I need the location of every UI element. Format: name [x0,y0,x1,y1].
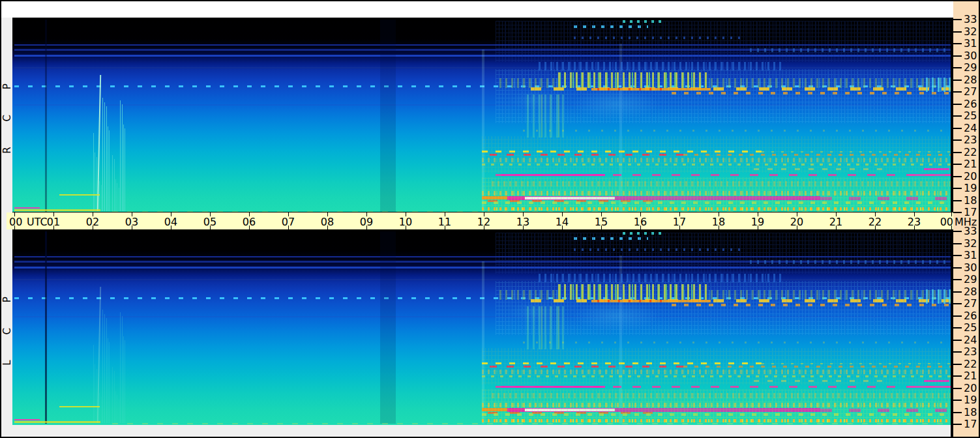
bottom-margin [1,425,951,437]
freq-tick [953,139,962,141]
striation-burst-0230-line [123,124,124,211]
freq-tick [953,91,962,93]
freq-tick [953,400,962,401]
striation-burst-0230-line [123,336,124,423]
hour-label: 13 [510,216,536,228]
freq-tick [953,315,962,317]
hour-label: 12 [471,216,497,228]
hour-label: 22 [862,216,888,228]
hour-label: 15 [588,216,614,228]
hour-label: 10 [393,216,419,228]
freq-label: 28 [964,285,979,299]
freq-label: 25 [964,321,979,334]
freq-tick [953,164,962,165]
left-yellow-18.45 [59,194,100,196]
striation-burst-0230-line [95,364,95,422]
freq-label: 20 [964,170,979,183]
freq-tick [953,375,962,377]
hour-label: 18 [705,216,732,228]
freq-tick [953,279,962,280]
dash-23.8 [523,342,951,343]
freq-tick [953,243,962,244]
hour-label: 20 [784,216,810,228]
texture-top-right [496,233,951,274]
striation-burst-0230-line [97,157,97,211]
hour-label: 21 [823,216,849,228]
dark-vline-0045 [45,20,48,212]
striation-burst-0230-line [99,181,100,211]
striation-burst-0230-line [109,342,110,422]
freq-tick [953,340,962,341]
time-axis-end-label: 00 [927,216,953,228]
freq-label: 31 [964,249,979,262]
freq-label: 30 [964,261,979,274]
freq-label: 23 [964,345,979,358]
texture-lower-right [482,389,951,423]
striation-burst-0230-line [104,314,105,423]
hour-label: 01 [40,216,67,228]
line-20.1-hot2 [908,386,951,388]
freq-label: 17 [964,418,979,431]
striation-burst-0230-line [125,128,125,211]
freq-label: 19 [964,394,979,407]
left-yellow-17.2 [14,421,100,423]
freq-label: 21 [964,370,979,383]
freq-label: 20 [964,382,979,395]
lcp-polarization-label: L C P [1,282,12,373]
freq-tick [953,104,962,105]
freq-tick [953,212,962,213]
freq-tick [953,424,962,425]
frequency-axis: MHz 333231302928272625242322212019181733… [953,1,979,437]
freq-tick [953,291,962,293]
freq-tick [953,255,962,256]
freq-label: 18 [964,406,979,419]
freq-tick [953,176,962,177]
freq-tick [953,388,962,389]
striation-burst-0230-line [102,310,103,422]
striation-burst-0230-line [112,367,113,423]
title-bar: AJ4CO Observatory 16 Jan 2014 - DPS on T… [1,1,953,18]
hour-label: 04 [158,216,184,228]
line-20.1-hot2 [908,174,951,176]
line-20.1-hot1 [501,386,605,388]
hour-label: 02 [80,216,106,228]
freq-label: 29 [964,61,979,74]
freq-label: 18 [964,194,979,207]
striation-burst-0230-line [104,102,105,211]
hour-label: 08 [314,216,340,228]
hour-tick [14,212,15,216]
freq-label: 32 [964,25,979,38]
freq-tick [953,267,962,269]
hour-label: 05 [197,216,223,228]
freq-label: 25 [964,110,979,123]
freq-tick [953,80,962,81]
freq-label: 23 [964,134,979,147]
left-yellow-17.2 [14,209,100,211]
hour-label: 07 [275,216,301,228]
hour-label: 17 [666,216,692,228]
freq-label: 33 [964,13,979,26]
freq-label: 22 [964,146,979,159]
freq-tick [953,31,962,33]
freq-label: 28 [964,74,979,87]
hour-label: 19 [745,216,771,228]
striation-burst-0230-line [99,393,100,423]
time-axis: 00 UTC 00 010203040506070809101112131415… [7,212,953,229]
freq-label: 22 [964,358,979,371]
hour-label: 03 [119,216,145,228]
hour-label: 14 [549,216,575,228]
hour-label: 09 [353,216,379,228]
freq-tick [953,327,962,328]
texture-top-right [496,21,951,62]
freq-tick [953,115,962,117]
freq-tick [953,67,962,68]
hour-label: 23 [901,216,927,228]
freq-tick [953,188,962,189]
spectrogram-panel-lcp [12,229,951,425]
freq-label: 19 [964,182,979,195]
dark-vline-0045 [45,231,48,424]
striation-burst-0230-line [117,183,117,211]
freq-label: 31 [964,37,979,50]
freq-label: 30 [964,50,979,63]
freq-label: 26 [964,310,979,323]
